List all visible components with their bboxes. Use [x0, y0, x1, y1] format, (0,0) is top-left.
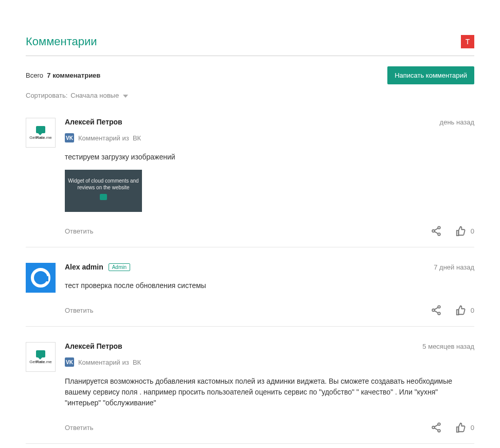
comment-actions: Ответить0	[65, 304, 474, 316]
chevron-down-icon	[123, 95, 128, 98]
svg-line-3	[434, 228, 438, 230]
thumbs-up-icon	[455, 225, 467, 237]
svg-point-12	[438, 429, 440, 432]
meta-row: Всего 7 комменатриев Написать комментари…	[26, 66, 474, 84]
avatar[interactable]	[26, 263, 56, 293]
like-button[interactable]: 0	[455, 304, 474, 316]
svg-line-4	[434, 231, 438, 234]
svg-point-5	[438, 306, 440, 308]
sort-value-text: Сначала новые	[70, 92, 119, 99]
like-count: 0	[471, 227, 474, 235]
svg-point-6	[432, 309, 435, 312]
reply-button[interactable]: Ответить	[65, 307, 94, 314]
comment-text: тестируем загрузку изображений	[65, 152, 474, 163]
vk-icon: VK	[65, 133, 74, 142]
like-button[interactable]: 0	[455, 225, 474, 237]
source-text: Комментарий из ВК	[78, 134, 141, 142]
svg-line-13	[434, 425, 438, 427]
comment-actions: Ответить0	[65, 422, 474, 433]
sort-row: Сортировать: Сначала новые	[26, 92, 474, 99]
svg-point-0	[438, 226, 440, 229]
svg-point-7	[438, 312, 440, 315]
thumbs-up-icon	[455, 304, 467, 316]
page-title: Комментарии	[26, 35, 97, 48]
svg-line-14	[434, 428, 438, 430]
comment: GetRate.meАлексей Петров5 месяцев назадV…	[26, 342, 474, 444]
svg-line-9	[434, 311, 438, 313]
sort-dropdown[interactable]: Сначала новые	[70, 92, 128, 99]
reply-button[interactable]: Ответить	[65, 227, 94, 235]
thumbs-up-icon	[455, 422, 467, 433]
comment-actions: Ответить0	[65, 225, 474, 237]
share-icon[interactable]	[431, 225, 442, 237]
share-icon[interactable]	[431, 304, 442, 316]
avatar[interactable]: GetRate.me	[26, 342, 56, 372]
admin-badge: Admin	[109, 263, 130, 271]
like-count: 0	[471, 307, 474, 314]
total-comments: Всего 7 комменатриев	[26, 71, 100, 79]
comment: Alex adminAdmin7 дней назадтест проверка…	[26, 263, 474, 327]
comment-header: Alex adminAdmin7 дней назад	[65, 263, 474, 271]
svg-line-8	[434, 308, 438, 310]
comment-body: Alex adminAdmin7 дней назадтест проверка…	[65, 263, 474, 316]
comment-author[interactable]: Alex admin	[65, 263, 103, 271]
total-label: Всего	[26, 71, 43, 79]
like-button[interactable]: 0	[455, 422, 474, 433]
comment-text: Планируется возможность добавления касто…	[65, 376, 474, 408]
comment-author[interactable]: Алексей Петров	[65, 342, 122, 350]
share-icon[interactable]	[431, 422, 442, 433]
like-count: 0	[471, 424, 474, 432]
comment-header: Алексей Петров5 месяцев назад	[65, 342, 474, 350]
comment-header: Алексей Петровдень назад	[65, 118, 474, 126]
comment-body: Алексей Петровдень назадVKКомментарий из…	[65, 118, 474, 237]
avatar[interactable]: GetRate.me	[26, 118, 56, 148]
svg-point-11	[432, 426, 435, 429]
total-count: 7 комменатриев	[47, 71, 100, 79]
vk-icon: VK	[65, 357, 74, 367]
comment-text: тест проверка после обновления системы	[65, 280, 474, 291]
comment-timestamp: 5 месяцев назад	[422, 343, 474, 350]
comment-body: Алексей Петров5 месяцев назадVKКомментар…	[65, 342, 474, 433]
write-comment-button[interactable]: Написать комментарий	[387, 66, 474, 84]
header: Комментарии T	[26, 0, 474, 56]
svg-point-10	[438, 423, 440, 425]
source-text: Комментарий из ВК	[78, 359, 141, 366]
sort-label: Сортировать:	[26, 92, 67, 99]
comment-source: VKКомментарий из ВК	[65, 133, 474, 142]
comment-timestamp: 7 дней назад	[434, 263, 474, 271]
svg-point-1	[432, 230, 435, 232]
attachment-image[interactable]: Widget of cloud comments and reviews on …	[65, 170, 142, 212]
comment: GetRate.meАлексей Петровдень назадVKКомм…	[26, 118, 474, 247]
reply-button[interactable]: Ответить	[65, 424, 94, 432]
profile-badge[interactable]: T	[461, 35, 474, 48]
comment-timestamp: день назад	[440, 118, 474, 126]
svg-point-2	[438, 233, 440, 236]
comment-source: VKКомментарий из ВК	[65, 357, 474, 367]
comment-author[interactable]: Алексей Петров	[65, 118, 122, 126]
